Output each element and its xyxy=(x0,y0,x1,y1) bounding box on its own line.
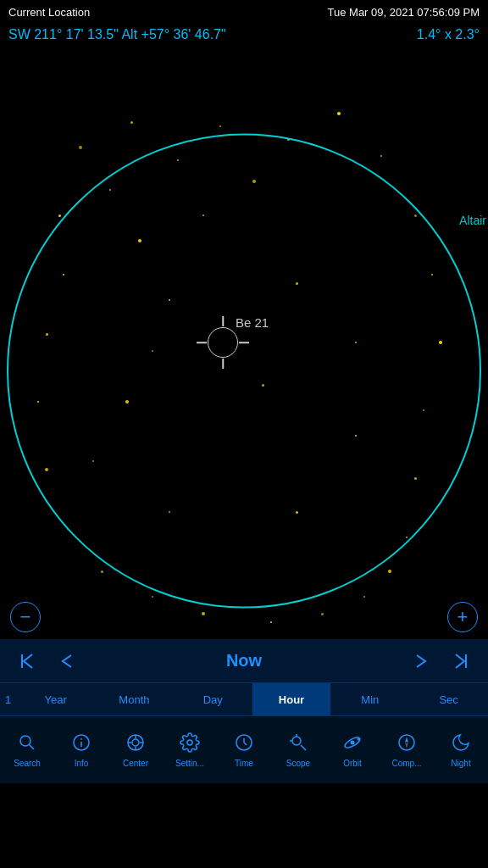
svg-line-16 xyxy=(301,745,306,750)
settings-label: Settin... xyxy=(175,759,204,768)
info-label: Info xyxy=(75,759,89,768)
svg-point-7 xyxy=(132,739,139,746)
datetime-label: Tue Mar 09, 2021 07:56:09 PM xyxy=(328,6,480,19)
location-label: Current Location xyxy=(8,6,90,19)
search-icon xyxy=(17,732,37,756)
star xyxy=(101,570,103,573)
coords-right: 1.4° x 2.3° xyxy=(417,27,480,42)
night-label: Night xyxy=(451,759,470,768)
toolbar-orbit[interactable]: Orbit xyxy=(325,716,380,783)
svg-marker-24 xyxy=(405,743,408,748)
reticle-line-top xyxy=(222,316,224,326)
orbit-icon xyxy=(342,732,363,756)
toolbar-scope[interactable]: Scope xyxy=(271,716,325,783)
nav-row: Now xyxy=(0,639,488,683)
toolbar-info[interactable]: Info xyxy=(54,716,108,783)
center-label: Center xyxy=(123,759,148,768)
time-unit-row: 1 Year Month Day Hour Min Sec xyxy=(0,683,488,715)
compass-label: Comp... xyxy=(391,759,421,768)
orbit-label: Orbit xyxy=(343,759,362,768)
svg-marker-23 xyxy=(405,737,408,743)
svg-point-6 xyxy=(81,738,82,739)
status-bar: Current Location Tue Mar 09, 2021 07:56:… xyxy=(0,0,488,24)
fast-backward-button[interactable] xyxy=(7,646,47,676)
time-unit-hour[interactable]: Hour xyxy=(252,683,331,715)
forward-button[interactable] xyxy=(403,648,441,675)
backward-button[interactable] xyxy=(47,648,85,675)
target-label: Be 21 xyxy=(236,315,269,330)
time-unit-min[interactable]: Min xyxy=(330,683,409,715)
info-icon xyxy=(71,732,92,756)
zoom-plus-button[interactable]: + xyxy=(447,602,478,632)
scope-icon xyxy=(288,732,308,756)
time-unit-day[interactable]: Day xyxy=(174,683,252,715)
toolbar-compass[interactable]: Comp... xyxy=(380,716,434,783)
now-label[interactable]: Now xyxy=(85,651,403,670)
time-unit-month[interactable]: Month xyxy=(95,683,174,715)
star xyxy=(380,155,382,157)
night-icon xyxy=(451,732,471,756)
reticle-line-bottom xyxy=(222,359,224,369)
altair-label: Altair xyxy=(459,214,486,227)
star xyxy=(219,125,221,127)
star xyxy=(58,214,61,217)
svg-point-2 xyxy=(20,736,30,746)
horizon-circle xyxy=(7,134,481,609)
settings-icon xyxy=(180,732,200,756)
star xyxy=(270,621,272,623)
svg-point-20 xyxy=(351,740,355,744)
star xyxy=(202,612,205,615)
compass-icon xyxy=(396,732,417,756)
coords-bar: SW 211° 17' 13.5" Alt +57° 36' 46.7" 1.4… xyxy=(0,24,488,46)
reticle-line-right xyxy=(239,342,249,343)
toolbar-settings[interactable]: Settin... xyxy=(163,716,217,783)
time-unit-year[interactable]: Year xyxy=(16,683,95,715)
search-label: Search xyxy=(14,759,41,768)
star xyxy=(79,146,82,149)
star xyxy=(321,613,324,615)
time-unit-number: 1 xyxy=(0,683,16,715)
reticle-line-left xyxy=(197,342,207,343)
time-icon xyxy=(234,732,254,756)
toolbar-time[interactable]: Time xyxy=(217,716,271,783)
star xyxy=(337,112,341,115)
svg-line-3 xyxy=(30,744,35,749)
svg-point-13 xyxy=(187,740,192,745)
toolbar-search[interactable]: Search xyxy=(0,716,54,783)
toolbar-center[interactable]: Center xyxy=(108,716,163,783)
star xyxy=(363,596,365,598)
star xyxy=(130,121,133,124)
zoom-minus-button[interactable]: − xyxy=(10,602,41,632)
reticle-circle xyxy=(208,327,238,358)
scope-label: Scope xyxy=(286,759,310,768)
time-unit-sec[interactable]: Sec xyxy=(409,683,488,715)
time-control: Now 1 Year Month Day Hour Min Sec xyxy=(0,639,488,715)
time-label: Time xyxy=(235,759,253,768)
toolbar-night[interactable]: Night xyxy=(434,716,488,783)
star xyxy=(388,570,391,573)
bottom-toolbar: Search Info Center xyxy=(0,715,488,783)
fast-forward-button[interactable] xyxy=(441,646,481,676)
svg-point-15 xyxy=(292,737,301,745)
sky-view[interactable]: Altair Be 21 − + xyxy=(0,46,488,639)
svg-point-21 xyxy=(358,737,360,740)
coords-left: SW 211° 17' 13.5" Alt +57° 36' 46.7" xyxy=(8,27,226,42)
center-icon xyxy=(125,732,146,756)
star xyxy=(152,596,153,598)
